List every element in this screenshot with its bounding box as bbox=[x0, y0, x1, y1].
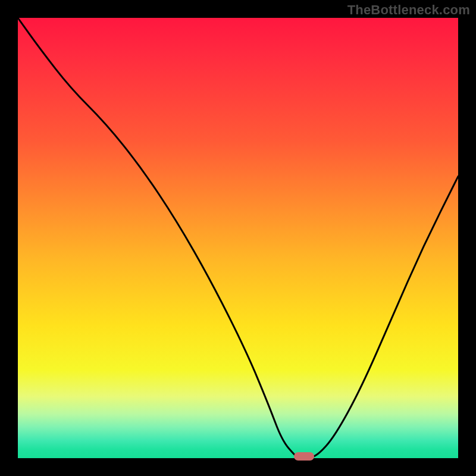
bottleneck-curve bbox=[18, 18, 458, 458]
plot-area bbox=[18, 18, 458, 458]
valley-marker bbox=[294, 452, 314, 461]
chart-frame: TheBottleneck.com bbox=[0, 0, 476, 476]
watermark-text: TheBottleneck.com bbox=[347, 2, 470, 18]
